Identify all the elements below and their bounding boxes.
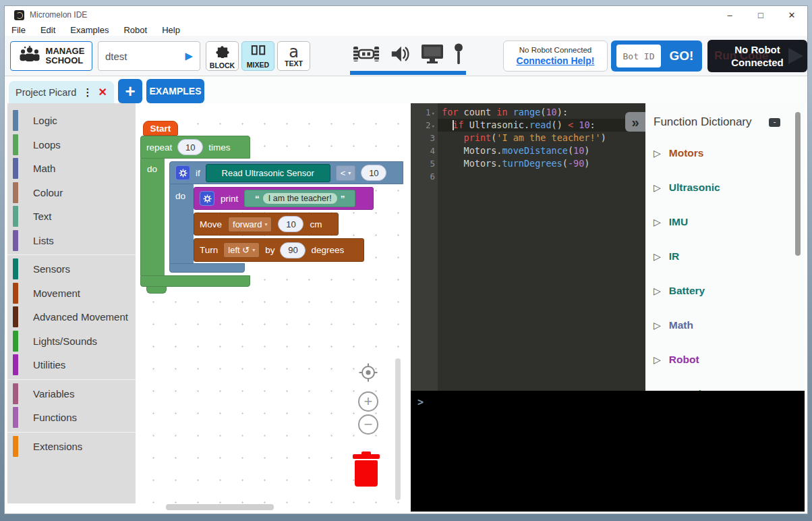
expand-triangle-icon[interactable]: ▷ (654, 251, 661, 262)
fold-caret-icon[interactable]: ▾ (432, 110, 435, 117)
palette-category-sensors[interactable]: Sensors (7, 257, 136, 281)
tab-menu-icon[interactable]: ⋮ (83, 86, 93, 99)
dictionary-item-ultrasonic[interactable]: ▷Ultrasonic (645, 170, 805, 204)
palette-category-logic[interactable]: Logic (7, 109, 136, 133)
dictionary-scrollbar[interactable] (795, 112, 801, 256)
menu-edit[interactable]: Edit (40, 25, 55, 35)
go-button[interactable]: GO! (666, 49, 697, 63)
editor-line-4[interactable]: 4 Motors.moveDistance(10) (411, 144, 645, 157)
palette-category-text[interactable]: Text (7, 204, 136, 229)
palette-category-extensions[interactable]: Extensions (7, 435, 136, 459)
monitor-icon[interactable] (421, 44, 444, 67)
expand-triangle-icon[interactable]: ▷ (654, 320, 661, 331)
connection-help-link[interactable]: Connection Help! (517, 55, 595, 66)
editor-line-3[interactable]: 3 print('I am the teacher!') (411, 132, 645, 144)
if-block-bottom[interactable] (169, 263, 245, 273)
start-block[interactable]: Start (143, 121, 178, 136)
turn-degrees-field[interactable]: 90 (280, 242, 306, 258)
if-block[interactable]: if Read Ultrasonic Sensor <▾ 10 (169, 161, 403, 184)
editor-line-1[interactable]: 1▾for count in range(10): (411, 106, 645, 119)
print-block[interactable]: print “ I am the teacher! ” (194, 187, 374, 210)
zoom-out-button[interactable]: − (358, 414, 378, 435)
palette-category-advanced-movement[interactable]: Advanced Movement (7, 305, 136, 329)
run-code-button[interactable]: Run Code No Robot Connected (707, 40, 807, 72)
move-direction-dropdown[interactable]: forward▾ (228, 217, 272, 232)
repeat-count-field[interactable]: 10 (177, 139, 203, 155)
panel-expand-button[interactable]: » (625, 112, 645, 132)
palette-category-lights-sounds[interactable]: Lights/Sounds (7, 329, 136, 354)
speaker-icon[interactable] (390, 44, 410, 67)
palette-category-loops[interactable]: Loops (7, 133, 136, 157)
compare-op-dropdown[interactable]: <▾ (336, 165, 356, 181)
palette-category-variables[interactable]: Variables (7, 382, 136, 406)
close-button[interactable]: ✕ (776, 10, 807, 20)
fold-caret-icon[interactable]: ▾ (432, 123, 435, 130)
palette-category-math[interactable]: Math (7, 157, 136, 181)
repeat-block-next-notch[interactable] (146, 287, 167, 294)
dictionary-item-ir[interactable]: ▷IR (645, 239, 805, 273)
string-field[interactable]: I am the teacher! (263, 193, 337, 204)
dictionary-item-math[interactable]: ▷Math (645, 308, 805, 342)
palette-category-utilities[interactable]: Utilities (7, 353, 136, 377)
dictionary-item-motors[interactable]: ▷Motors (645, 136, 805, 170)
maximize-button[interactable]: □ (745, 10, 776, 20)
mutator-gear-icon[interactable] (175, 165, 190, 180)
blockly-workspace[interactable]: Start repeat 10 times do if Read Ultra (136, 103, 403, 512)
compare-value-field[interactable]: 10 (361, 165, 386, 181)
play-icon[interactable]: ▶ (185, 50, 193, 62)
category-label: Loops (33, 139, 61, 150)
turn-block[interactable]: Turn left ↺▾ by 90 degrees (194, 238, 364, 262)
bot-id-input[interactable] (616, 45, 661, 67)
editor-line-2[interactable]: 2▾ if Ultrasonic.read() < 10: (411, 119, 645, 132)
move-distance-field[interactable]: 10 (278, 216, 303, 232)
dictionary-item-imu[interactable]: ▷IMU (645, 204, 805, 239)
code-editor[interactable]: 1▾for count in range(10):2▾ if Ultrasoni… (411, 103, 645, 391)
light-pin-icon[interactable] (454, 43, 463, 67)
mutator-gear-icon[interactable] (200, 191, 214, 206)
tab-project-picard[interactable]: Project Picard ⋮ ✕ (9, 81, 114, 103)
menu-help[interactable]: Help (162, 25, 180, 35)
manage-school-button[interactable]: MANAGE SCHOOL (10, 41, 92, 71)
robot-rover-icon[interactable] (353, 45, 380, 66)
text-string-block[interactable]: “ I am the teacher! ” (244, 190, 355, 207)
palette-category-movement[interactable]: Movement (7, 281, 136, 306)
mixed-mode-button[interactable]: MIXED (241, 41, 274, 71)
menu-file[interactable]: File (11, 25, 26, 35)
editor-line-6[interactable]: 6 (411, 170, 645, 183)
dictionary-item-battery[interactable]: ▷Battery (645, 273, 805, 308)
expand-triangle-icon[interactable]: ▷ (654, 217, 661, 227)
minimize-button[interactable]: – (714, 10, 745, 20)
workspace-horizontal-scrollbar[interactable] (166, 504, 274, 510)
add-tab-button[interactable]: + (118, 79, 142, 103)
palette-category-lists[interactable]: Lists (7, 229, 136, 253)
tab-close-icon[interactable]: ✕ (98, 86, 107, 99)
repeat-block-arm[interactable]: do (140, 159, 165, 275)
read-ultrasonic-block[interactable]: Read Ultrasonic Sensor (206, 164, 330, 182)
workspace-vertical-scrollbar[interactable] (395, 358, 401, 500)
project-select[interactable]: dtest ▶ (98, 41, 200, 71)
zoom-in-button[interactable]: + (358, 391, 378, 412)
block-mode-button[interactable]: BLOCK (206, 41, 239, 71)
repeat-block[interactable]: repeat 10 times (140, 136, 250, 159)
repeat-block-bottom[interactable] (140, 275, 250, 287)
examples-button[interactable]: EXAMPLES (146, 79, 204, 103)
console-panel[interactable]: > (411, 391, 805, 512)
expand-triangle-icon[interactable]: ▷ (654, 148, 661, 159)
expand-triangle-icon[interactable]: ▷ (654, 285, 661, 296)
expand-triangle-icon[interactable]: ▷ (654, 182, 661, 193)
dictionary-item-robot[interactable]: ▷Robot (645, 342, 805, 377)
if-block-arm[interactable]: do (169, 184, 194, 263)
palette-category-colour[interactable]: Colour (7, 181, 136, 205)
editor-line-5[interactable]: 5 Motors.turnDegrees(-90) (411, 157, 645, 170)
start-block-label: Start (150, 124, 171, 134)
turn-direction-dropdown[interactable]: left ↺▾ (223, 242, 260, 258)
zoom-reset-button[interactable] (358, 362, 378, 383)
menu-robot[interactable]: Robot (123, 25, 147, 35)
menu-examples[interactable]: Examples (70, 25, 109, 35)
move-block[interactable]: Move forward▾ 10 cm (194, 213, 339, 236)
expand-triangle-icon[interactable]: ▷ (654, 354, 661, 365)
dictionary-minimize-button[interactable]: - (769, 118, 780, 127)
palette-category-functions[interactable]: Functions (7, 406, 136, 430)
trash-icon[interactable] (353, 451, 380, 487)
text-mode-button[interactable]: a TEXT (277, 41, 310, 71)
